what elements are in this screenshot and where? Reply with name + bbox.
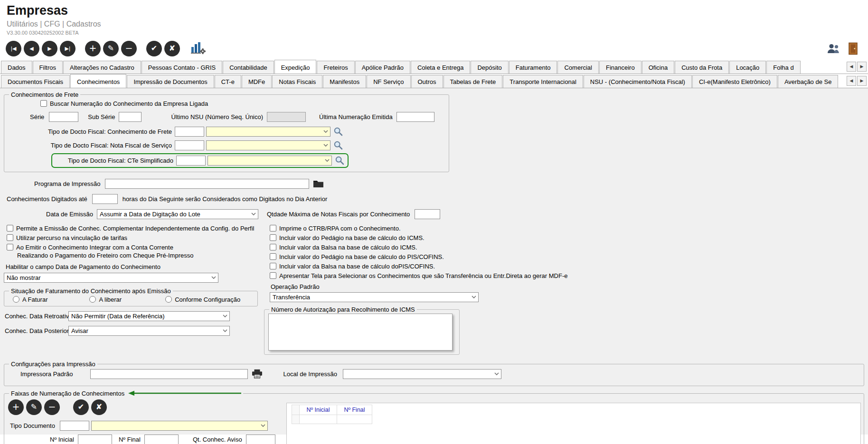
- sub-tabs-scroll-left-button[interactable]: ◀: [847, 76, 856, 86]
- tab-comercial[interactable]: Comercial: [557, 61, 599, 74]
- operacao-padrao-combo[interactable]: Transferência: [270, 292, 479, 302]
- tab-financeiro[interactable]: Financeiro: [599, 61, 642, 74]
- faixas-no-final-input[interactable]: [144, 435, 179, 444]
- last-record-button[interactable]: ▶|: [60, 41, 75, 56]
- impressora-padrao-print-button[interactable]: [252, 369, 263, 379]
- tab-locacao[interactable]: Locação: [729, 61, 766, 74]
- tab-contabilidade[interactable]: Contabilidade: [223, 61, 274, 74]
- faixas-edit-button[interactable]: ✎: [26, 399, 42, 415]
- serie-input[interactable]: [49, 112, 78, 122]
- impressora-padrao-input[interactable]: [90, 369, 248, 379]
- subtab-impressao-de-documentos[interactable]: Impressão de Documentos: [127, 75, 214, 88]
- faixas-cancel-button[interactable]: ✘: [91, 399, 107, 415]
- tab-freteiros[interactable]: Freteiros: [317, 61, 354, 74]
- tipo-docto-cte-simplificado-code-input[interactable]: [176, 156, 206, 166]
- edit-button[interactable]: ✎: [103, 41, 119, 56]
- tipo-docto-cte-simplificado-combo[interactable]: [208, 156, 332, 166]
- sub-tabs-scroll-right-button[interactable]: ▶: [857, 76, 867, 86]
- prior-record-button[interactable]: ◀: [24, 41, 39, 56]
- subtab-outros[interactable]: Outros: [411, 75, 443, 88]
- permite-emissao-complementar-checkbox[interactable]: [7, 225, 13, 231]
- tab-dados[interactable]: Dados: [1, 61, 32, 74]
- tab-custo-da-frota[interactable]: Custo da Frota: [675, 61, 729, 74]
- main-tabs-scroll-right-button[interactable]: ▶: [857, 62, 867, 72]
- subtab-cte[interactable]: CT-e: [215, 75, 241, 88]
- tab-apolice-padrao[interactable]: Apólice Padrão: [355, 61, 410, 74]
- digitados-horas-input[interactable]: [92, 194, 118, 204]
- tab-oficina[interactable]: Oficina: [642, 61, 674, 74]
- buscar-numeracao-checkbox[interactable]: [40, 100, 47, 107]
- conhec-data-posterior-combo[interactable]: Avisar: [68, 326, 230, 336]
- tab-coleta-e-entrega[interactable]: Coleta e Entrega: [411, 61, 471, 74]
- delete-button[interactable]: −: [121, 41, 137, 56]
- next-record-button[interactable]: ▶: [42, 41, 57, 56]
- pedagio-pis-cofins-checkbox[interactable]: [270, 253, 276, 260]
- subtab-notas-fiscais[interactable]: Notas Fiscais: [272, 75, 322, 88]
- qt-conhec-aviso-input[interactable]: [246, 435, 275, 444]
- subtab-manifestos[interactable]: Manifestos: [323, 75, 366, 88]
- tab-faturamento[interactable]: Faturamento: [509, 61, 557, 74]
- users-button[interactable]: [827, 43, 840, 54]
- conforme-configuracao-radio[interactable]: [165, 296, 172, 303]
- faixas-grid-empty-row[interactable]: [292, 415, 860, 424]
- habilitar-data-pagamento-combo[interactable]: Não mostrar: [4, 273, 218, 283]
- chart-config-button[interactable]: [190, 41, 206, 56]
- data-emissao-combo[interactable]: Assumir a Data de Digitação do Lote: [97, 209, 258, 219]
- tipo-docto-cte-simplificado-search-button[interactable]: [335, 156, 344, 165]
- exit-button[interactable]: [848, 42, 859, 55]
- tab-folha[interactable]: Folha d: [766, 61, 800, 74]
- apresentar-tela-checkbox[interactable]: [270, 272, 276, 279]
- subtab-mdfe[interactable]: MDFe: [242, 75, 272, 88]
- subtab-transporte-internacional[interactable]: Transporte Internacional: [503, 75, 583, 88]
- programa-impressao-input[interactable]: [105, 179, 309, 189]
- local-impressao-combo[interactable]: [343, 369, 501, 379]
- conhec-data-retroativa-combo[interactable]: Não Permitir (Data de Referência): [68, 311, 230, 321]
- minus-icon: −: [48, 402, 56, 411]
- tipo-docto-nota-servico-code-input[interactable]: [175, 140, 204, 150]
- programa-impressao-browse-button[interactable]: [313, 179, 324, 188]
- qtd-maxima-input[interactable]: [415, 209, 440, 219]
- autorizacao-icms-memo[interactable]: [268, 314, 453, 351]
- confirm-button[interactable]: ✔: [146, 41, 162, 56]
- tipo-docto-conhecimento-code-input[interactable]: [175, 127, 204, 137]
- subtab-tabelas-de-frete[interactable]: Tabelas de Frete: [443, 75, 503, 88]
- a-faturar-radio[interactable]: [13, 296, 19, 303]
- tab-filtros[interactable]: Filtros: [33, 61, 63, 74]
- balsa-icms-checkbox[interactable]: [270, 244, 276, 250]
- ultima-numeracao-input[interactable]: [396, 112, 434, 122]
- tipo-documento-code-input[interactable]: [60, 421, 89, 431]
- tipo-docto-nota-servico-search-button[interactable]: [333, 140, 343, 150]
- faixas-insert-button[interactable]: +: [8, 399, 24, 415]
- utilizar-percurso-checkbox[interactable]: [7, 234, 13, 241]
- sub-serie-input[interactable]: [119, 112, 142, 122]
- pedagio-icms-checkbox[interactable]: [270, 234, 276, 241]
- first-record-button[interactable]: |◀: [6, 41, 21, 56]
- subtab-cie-manifesto-eletronico[interactable]: CI-e(Manifesto Eletrônico): [692, 75, 777, 88]
- a-faturar-label: A Faturar: [22, 296, 47, 303]
- grid-header-no-final[interactable]: Nº Final: [337, 405, 372, 415]
- subtab-conhecimentos[interactable]: Conhecimentos: [70, 74, 126, 88]
- tipo-docto-nota-servico-combo[interactable]: [206, 140, 330, 150]
- tab-pessoas-contato-gris[interactable]: Pessoas Contato - GRIS: [142, 61, 222, 74]
- tab-deposito[interactable]: Depósito: [471, 61, 508, 74]
- faixas-delete-button[interactable]: −: [44, 399, 60, 415]
- tab-expedicao[interactable]: Expedição: [274, 60, 317, 74]
- subtab-averbacao[interactable]: Averbação de Se: [778, 75, 839, 88]
- faixas-confirm-button[interactable]: ✔: [73, 399, 89, 415]
- imprime-ctrb-checkbox[interactable]: [270, 225, 276, 231]
- a-liberar-radio[interactable]: [89, 296, 96, 303]
- tipo-docto-conhecimento-search-button[interactable]: [333, 127, 343, 136]
- grid-header-no-inicial[interactable]: Nº Inicial: [299, 405, 337, 415]
- main-tabs-scroll-left-button[interactable]: ◀: [847, 62, 856, 72]
- balsa-pis-cofins-checkbox[interactable]: [270, 263, 276, 269]
- faixas-no-inicial-input[interactable]: [78, 435, 112, 444]
- subtab-nf-servico[interactable]: NF Serviço: [367, 75, 410, 88]
- tipo-docto-conhecimento-combo[interactable]: [206, 127, 330, 137]
- integrar-conta-corrente-checkbox[interactable]: [7, 244, 13, 250]
- subtab-nsu[interactable]: NSU - (Conhecimento/Nota Fiscal): [584, 75, 692, 88]
- tab-alteracoes-no-cadastro[interactable]: Alterações no Cadastro: [63, 61, 141, 74]
- insert-button[interactable]: +: [85, 41, 101, 56]
- tipo-documento-combo[interactable]: [91, 421, 268, 431]
- subtab-documentos-fiscais[interactable]: Documentos Fiscais: [1, 75, 70, 88]
- cancel-button[interactable]: ✘: [164, 41, 180, 56]
